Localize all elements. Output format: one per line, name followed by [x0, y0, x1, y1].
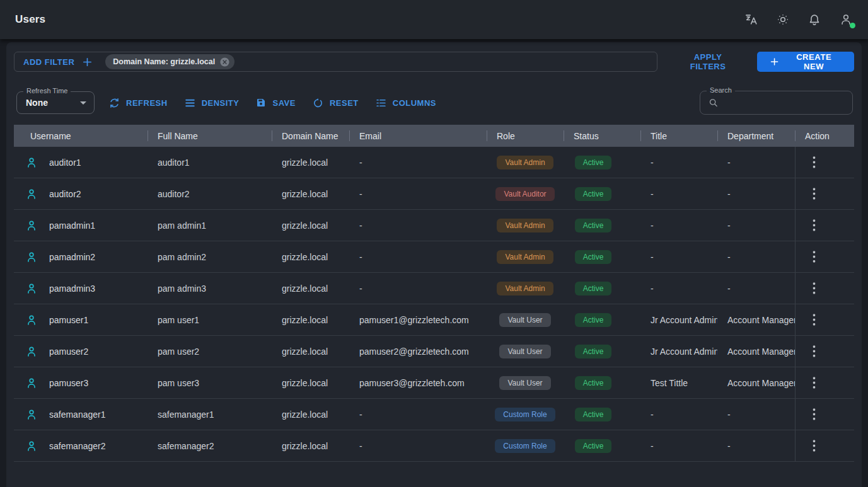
save-button[interactable]: SAVE — [255, 97, 295, 108]
refresh-time-label: Refresh Time — [23, 87, 71, 95]
notifications-icon[interactable] — [807, 13, 821, 26]
role-badge: Vault Admin — [497, 250, 553, 264]
row-actions-button[interactable] — [809, 280, 819, 297]
search-field: Search — [700, 91, 853, 115]
cell-username: pamuser2 — [14, 336, 148, 367]
cell-title: - — [640, 241, 717, 272]
create-new-label: CREATE NEW — [786, 52, 842, 71]
column-header-username[interactable]: Username — [14, 125, 148, 147]
row-actions-button[interactable] — [809, 406, 819, 423]
column-header-role[interactable]: Role — [487, 125, 564, 147]
column-header-domain[interactable]: Domain Name — [272, 125, 349, 147]
cell-full-name: pam user2 — [148, 336, 272, 367]
filter-chip[interactable]: Domain Name: grizzle.local — [105, 54, 234, 69]
kebab-icon — [813, 282, 816, 294]
status-badge: Active — [575, 156, 611, 169]
row-actions-button[interactable] — [809, 185, 819, 202]
role-badge: Vault User — [499, 345, 550, 358]
cell-department: - — [717, 241, 795, 272]
cell-domain: grizzle.local — [272, 399, 349, 430]
cell-role: Custom Role — [487, 399, 564, 430]
cell-status: Active — [564, 430, 640, 461]
columns-button[interactable]: COLUMNS — [375, 97, 436, 109]
account-icon[interactable] — [839, 13, 853, 26]
cell-email: - — [349, 241, 487, 272]
cell-title: Jr Account Admin — [640, 304, 717, 335]
cell-full-name: auditor2 — [148, 178, 272, 209]
refresh-button[interactable]: REFRESH — [108, 97, 168, 109]
role-badge: Vault Admin — [497, 156, 553, 169]
create-new-button[interactable]: CREATE NEW — [757, 52, 854, 72]
user-icon — [25, 251, 38, 263]
role-badge: Vault Admin — [497, 282, 553, 295]
status-badge: Active — [575, 219, 611, 232]
translate-icon[interactable] — [744, 13, 758, 26]
cell-full-name: pam user3 — [148, 367, 272, 398]
row-actions-button[interactable] — [809, 311, 819, 328]
reset-button[interactable]: RESET — [312, 97, 359, 109]
save-label: SAVE — [272, 98, 295, 108]
online-status-dot — [850, 23, 855, 28]
column-header-full-name[interactable]: Full Name — [148, 125, 272, 147]
add-filter-label: ADD FILTER — [23, 57, 74, 67]
cell-action — [795, 430, 855, 461]
username-text: pamuser3 — [49, 378, 88, 388]
search-input[interactable] — [726, 98, 845, 108]
cell-title: - — [640, 430, 717, 461]
row-actions-button[interactable] — [809, 154, 819, 171]
status-badge: Active — [575, 376, 611, 390]
cell-username: auditor2 — [14, 178, 148, 209]
brightness-icon[interactable] — [776, 13, 790, 26]
row-actions-button[interactable] — [809, 248, 819, 265]
table-toolbar: Refresh Time None REFRESH DENSITY SAVE — [16, 91, 854, 115]
page-title: Users — [15, 13, 45, 26]
cell-department: - — [717, 430, 795, 461]
user-icon — [25, 408, 38, 421]
table-row: safemanager1safemanager1grizzle.local-Cu… — [14, 399, 854, 430]
column-header-email[interactable]: Email — [349, 125, 487, 147]
status-badge: Active — [575, 345, 611, 358]
cell-status: Active — [564, 210, 640, 241]
columns-label: COLUMNS — [393, 98, 436, 108]
column-header-status[interactable]: Status — [564, 125, 640, 147]
cell-full-name: auditor1 — [148, 147, 272, 178]
cell-username: pamadmin3 — [14, 273, 148, 304]
table-row: auditor2auditor2grizzle.local-Vault Audi… — [14, 178, 854, 210]
cell-status: Active — [564, 178, 640, 209]
cell-full-name: pam admin2 — [148, 241, 272, 272]
cell-role: Vault Admin — [487, 210, 564, 241]
add-filter-button[interactable]: ADD FILTER — [23, 57, 93, 67]
table-row: pamadmin1pam admin1grizzle.local-Vault A… — [14, 210, 854, 241]
row-actions-button[interactable] — [809, 217, 819, 234]
chip-close-icon[interactable] — [219, 57, 230, 67]
cell-full-name: pam admin3 — [148, 273, 272, 304]
row-actions-button[interactable] — [809, 437, 819, 454]
refresh-time-select[interactable]: Refresh Time None — [16, 91, 95, 114]
cell-full-name: safemanager1 — [148, 399, 272, 430]
filter-bar: ADD FILTER Domain Name: grizzle.local AP… — [6, 42, 862, 72]
cell-title: - — [640, 273, 717, 304]
refresh-icon — [108, 97, 120, 109]
apply-filters-button[interactable]: APPLY FILTERS — [676, 52, 739, 71]
topbar-actions — [744, 13, 853, 26]
cell-role: Vault Admin — [487, 273, 564, 304]
cell-department: - — [717, 273, 795, 304]
plus-icon — [770, 57, 779, 67]
column-header-action[interactable]: Action — [795, 125, 855, 147]
row-actions-button[interactable] — [809, 374, 819, 391]
cell-action — [795, 210, 855, 241]
cell-full-name: pam user1 — [148, 304, 272, 335]
cell-action — [795, 273, 855, 304]
chevron-down-icon — [80, 101, 86, 105]
cell-domain: grizzle.local — [272, 336, 349, 367]
table-row: pamuser3pam user3grizzle.localpamuser3@g… — [14, 367, 854, 399]
cell-role: Vault User — [487, 336, 564, 367]
row-actions-button[interactable] — [809, 343, 819, 360]
column-header-title[interactable]: Title — [640, 125, 717, 147]
density-button[interactable]: DENSITY — [184, 97, 240, 109]
save-icon — [255, 97, 267, 108]
column-header-department[interactable]: Department — [717, 125, 795, 147]
cell-email: - — [349, 147, 487, 178]
cell-role: Vault Auditor — [487, 178, 564, 209]
cell-role: Custom Role — [487, 430, 564, 461]
